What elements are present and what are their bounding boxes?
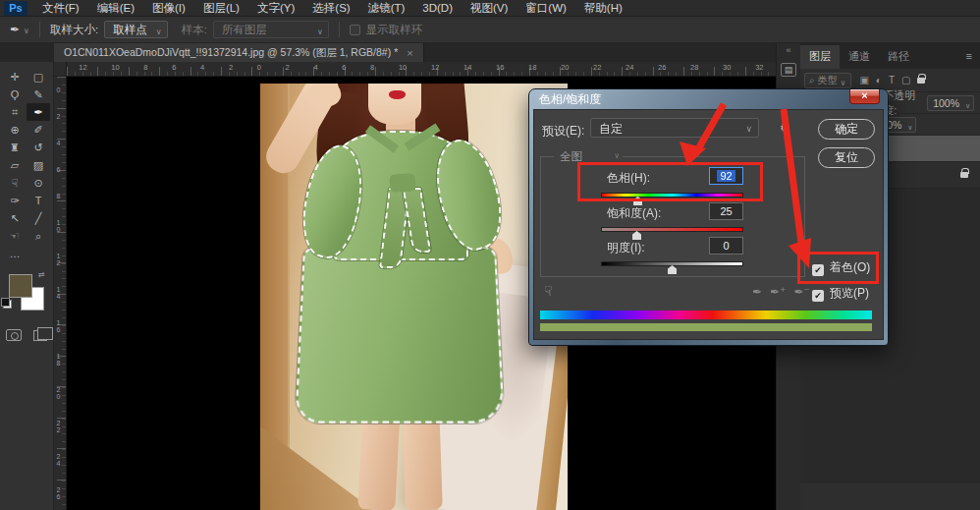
preset-label: 预设(E): (542, 123, 584, 140)
ruler-number: 10 (55, 219, 62, 233)
zoom-tool-icon[interactable]: ⌕ (27, 227, 50, 245)
foreground-color-swatch[interactable] (9, 274, 32, 298)
chevron-down-icon: ∨ (614, 151, 620, 160)
brush-tool-icon[interactable]: ✐ (27, 121, 50, 139)
tab-channels[interactable]: 通道 (840, 45, 879, 69)
menu-item[interactable]: 窗口(W) (517, 0, 575, 16)
dodge-tool-icon[interactable]: ⊙ (27, 174, 50, 192)
history-panel-icon[interactable]: ▤ (781, 63, 796, 77)
ruler-number: 10 (399, 63, 407, 72)
menu-item[interactable]: 选择(S) (303, 0, 358, 16)
quick-selection-tool-icon[interactable]: ✎ (27, 85, 50, 103)
eyedropper-tool-icon[interactable]: ✒ (27, 103, 50, 121)
targeted-adjustment-icon[interactable]: ☟ (544, 283, 553, 299)
dialog-close-button[interactable]: × (849, 89, 880, 104)
options-bar: ✒∨ 取样大小: 取样点∨ 样本: 所有图层∨ 显示取样环 (0, 17, 980, 43)
lasso-tool-icon[interactable]: Ϙ (3, 85, 27, 103)
quick-mask-button[interactable] (6, 329, 22, 341)
sample-size-select[interactable]: 取样点∨ (104, 21, 168, 38)
panel-menu-icon[interactable]: ≡ (966, 50, 972, 62)
swap-colors-icon[interactable]: ⇄ (38, 270, 45, 279)
eyedropper-minus-icon[interactable]: ✒⁻ (793, 285, 809, 299)
crop-tool-icon[interactable]: ⌗ (3, 103, 27, 121)
ruler-number: 18 (55, 353, 62, 367)
marquee-tool-icon[interactable]: ▢ (27, 68, 50, 85)
eyedropper-plus-icon[interactable]: ✒⁺ (770, 285, 786, 299)
close-icon[interactable]: × (407, 47, 412, 59)
tab-layers[interactable]: 图层 (800, 45, 840, 69)
line-tool-icon[interactable]: ╱ (27, 209, 50, 227)
saturation-slider[interactable] (601, 227, 743, 232)
ruler-number: 8 (55, 193, 62, 199)
ruler-number: 30 (723, 63, 731, 72)
photoshop-logo[interactable]: Ps (4, 1, 27, 16)
opacity-value[interactable]: 100%∨ (927, 95, 974, 111)
preview-checkbox[interactable]: ✔ (812, 290, 824, 302)
direct-selection-tool-icon[interactable]: ↖ (3, 209, 27, 227)
ok-button[interactable]: 确定 (818, 119, 875, 140)
gradient-tool-icon[interactable]: ▨ (27, 156, 50, 174)
type-tool-icon[interactable]: T (27, 192, 50, 209)
toolbar-bottom (6, 329, 47, 341)
hand-tool-icon[interactable]: ☜ (3, 227, 27, 245)
sample-select[interactable]: 所有图层∨ (213, 21, 329, 38)
menu-item[interactable]: 视图(V) (462, 0, 517, 16)
filter-pixel-layers-icon[interactable]: ▣ (859, 75, 868, 85)
saturation-input[interactable]: 25 (709, 202, 743, 220)
menu-item[interactable]: 文件(F) (33, 0, 88, 16)
screen-mode-button[interactable] (33, 330, 47, 341)
reset-button[interactable]: 复位 (818, 147, 875, 168)
menu-item[interactable]: 滤镜(T) (359, 0, 414, 16)
eyedropper-buttons: ✒ ✒⁺ ✒⁻ (752, 285, 810, 299)
move-tool-icon[interactable]: ✛ (3, 68, 27, 85)
chevron-down-icon: ∨ (965, 99, 970, 113)
show-sampling-ring-checkbox[interactable] (350, 25, 360, 35)
menu-item[interactable]: 图层(L) (194, 0, 248, 16)
color-swatches: ⇄ (3, 274, 50, 319)
history-brush-tool-icon[interactable]: ↺ (27, 139, 50, 156)
pen-tool-icon[interactable]: ✑ (3, 192, 27, 209)
document-tab[interactable]: O1CN011XOeaDmoDJiVqtt_!!91372914.jpg @ 5… (54, 43, 424, 62)
gear-icon[interactable]: ⚙ (780, 121, 790, 135)
filter-smart-objects-icon[interactable] (917, 78, 925, 84)
chevron-down-icon: ∨ (317, 25, 323, 40)
menu-item[interactable]: 图像(I) (143, 0, 194, 16)
separator (39, 22, 40, 37)
menu-item[interactable]: 3D(D) (413, 0, 462, 16)
ruler-number: 2 (286, 63, 290, 72)
filter-type-layers-icon[interactable]: T (889, 75, 895, 85)
photo-document[interactable] (260, 84, 568, 510)
eyedropper-tool-preset-icon[interactable]: ✒∨ (10, 23, 29, 36)
vertical-ruler[interactable]: 02468101214161820222426 (54, 77, 67, 510)
ruler-number: 20 (55, 386, 62, 400)
tools-grid: ✛ ▢ Ϙ ✎ ⌗ ✒ ⊕ ✐ ♜ ↺ ▱ ▨ ☟ ⊙ ✑ T ↖ ╱ ☜ ⌕ … (3, 62, 50, 262)
collapse-panels-icon[interactable]: « (777, 43, 800, 57)
eraser-tool-icon[interactable]: ▱ (3, 156, 27, 174)
menu-item[interactable]: 帮助(H) (575, 0, 631, 16)
menu-item[interactable]: 编辑(E) (88, 0, 143, 16)
more-tools-icon[interactable]: … (3, 245, 27, 262)
smudge-tool-icon[interactable]: ☟ (3, 174, 27, 192)
chevron-down-icon: ∨ (156, 25, 162, 40)
dress-bow-knot (389, 173, 415, 193)
filter-adjustment-layers-icon[interactable]: ◐ (876, 75, 882, 85)
menu-bar: Ps 文件(F)编辑(E)图像(I)图层(L)文字(Y)选择(S)滤镜(T)3D… (0, 0, 980, 17)
healing-brush-tool-icon[interactable]: ⊕ (3, 121, 27, 139)
ruler-number: 16 (55, 319, 62, 333)
menu-item[interactable]: 文字(Y) (248, 0, 303, 16)
default-colors-icon[interactable] (3, 300, 12, 309)
filter-shape-layers-icon[interactable]: ▢ (901, 75, 910, 85)
filter-type-select[interactable]: ⌕ 类型∨ (804, 73, 851, 88)
ruler-number: 24 (55, 453, 62, 467)
tab-paths[interactable]: 路径 (879, 45, 918, 69)
preset-select[interactable]: 自定∨ (590, 118, 759, 138)
eyedropper-icon[interactable]: ✒ (752, 285, 762, 299)
ruler-number: 14 (55, 286, 62, 300)
hue-saturation-dialog[interactable]: 色相/饱和度 × 预设(E): 自定∨ ⚙ 确定 复位 全图∨ 色相(H): 9… (528, 88, 889, 346)
sample-label: 样本: (182, 23, 207, 37)
clone-stamp-tool-icon[interactable]: ♜ (3, 139, 27, 156)
lightness-input[interactable]: 0 (709, 237, 743, 255)
horizontal-ruler[interactable]: 1210864202468101214161820222426283032 (67, 62, 776, 77)
chevron-down-icon: ∨ (907, 121, 912, 135)
preview-row: ✔预览(P) (812, 285, 869, 302)
